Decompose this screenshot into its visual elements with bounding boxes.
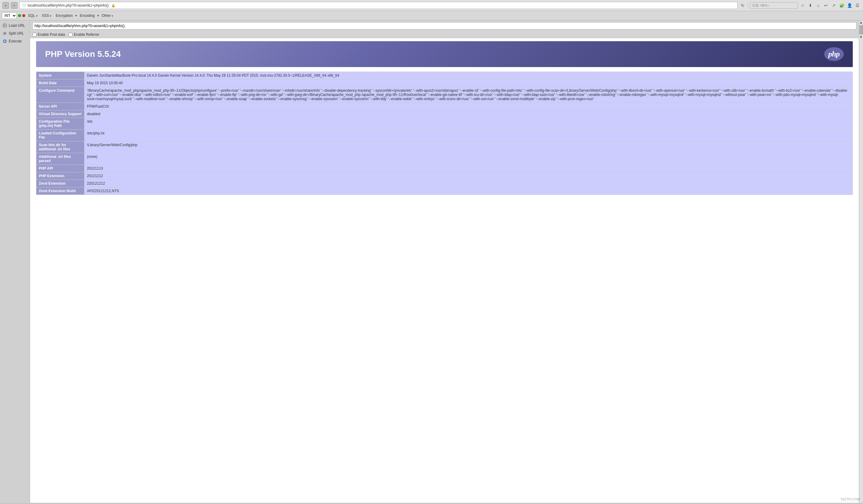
- table-row: Loaded Configuration File/etc/php.ini: [36, 130, 853, 141]
- int-selector[interactable]: INT: [2, 12, 17, 19]
- table-cell-label: Virtual Directory Support: [36, 110, 85, 118]
- forward-button[interactable]: ›: [11, 2, 17, 9]
- split-url-icon: [2, 31, 7, 36]
- table-cell-value: /etc: [85, 118, 853, 130]
- menu-sql[interactable]: SQL ▾: [26, 13, 39, 18]
- php-logo: php: [824, 47, 844, 61]
- table-cell-label: Build Date: [36, 79, 85, 87]
- load-url-label: Load URL: [9, 24, 25, 28]
- php-logo-text: php: [828, 50, 840, 58]
- table-cell-value: API220121212,NTS: [85, 187, 853, 195]
- table-row: Scan this dir for additional .ini files/…: [36, 141, 853, 153]
- table-cell-value: (none): [85, 153, 853, 165]
- table-cell-label: Zend Extension Build: [36, 187, 85, 195]
- table-row: Zend Extension BuildAPI220121212,NTS: [36, 187, 853, 195]
- table-cell-label: PHP Extension: [36, 172, 85, 180]
- shield-icon: 🛡: [22, 3, 26, 8]
- table-cell-value: 220121212: [85, 180, 853, 187]
- table-cell-label: Loaded Configuration File: [36, 130, 85, 141]
- encoding-arrow[interactable]: ▾: [97, 14, 99, 17]
- enable-post-data-checkbox[interactable]: [33, 33, 36, 37]
- browser-toolbar: ‹ › 🛡 localhost/localfile/yhhm.php?0=ass…: [0, 0, 863, 11]
- browser-chrome: ‹ › 🛡 localhost/localfile/yhhm.php?0=ass…: [0, 0, 863, 11]
- execute-item[interactable]: Execute: [0, 37, 30, 45]
- table-cell-value: 20121113: [85, 165, 853, 172]
- table-cell-value: 20121212: [85, 172, 853, 180]
- table-cell-label: Zend Extension: [36, 180, 85, 187]
- table-row: Zend Extension220121212: [36, 180, 853, 187]
- table-cell-label: Configure Command: [36, 87, 85, 103]
- enable-post-data-label[interactable]: Enable Post data: [33, 33, 65, 37]
- load-url-icon: [2, 23, 7, 28]
- enable-post-data-text: Enable Post data: [38, 33, 65, 37]
- extensions-icon[interactable]: 🧩: [838, 2, 845, 9]
- table-row: Build DateMay 19 2015 10:05:40: [36, 79, 853, 87]
- table-row: Additional .ini files parsed(none): [36, 153, 853, 165]
- address-bar[interactable]: 🛡 localhost/localfile/yhhm.php?0=assert&…: [19, 2, 738, 9]
- table-cell-value: FPM/FastCGI: [85, 103, 853, 110]
- table-row: SystemDarwin JunStardeMacBook-Pro.local …: [36, 72, 853, 79]
- scroll-down-arrow[interactable]: ▼: [859, 35, 863, 39]
- scroll-thumb[interactable]: [859, 25, 863, 34]
- enable-referrer-checkbox[interactable]: [68, 33, 73, 37]
- php-info-wrapper: PHP Version 5.5.24 php SystemDarwin JunS…: [30, 38, 859, 201]
- table-cell-label: System: [36, 72, 85, 79]
- table-row: PHP Extension20121212: [36, 172, 853, 180]
- table-cell-value: /etc/php.ini: [85, 130, 853, 141]
- share-icon[interactable]: ↗: [830, 2, 837, 9]
- enable-referrer-label[interactable]: Enable Referrer: [68, 33, 99, 37]
- load-url-item[interactable]: Load URL: [0, 22, 30, 29]
- table-cell-value: May 19 2015 10:05:40: [85, 79, 853, 87]
- table-cell-value: Darwin JunStardeMacBook-Pro.local 14.4.0…: [85, 72, 853, 79]
- table-cell-label: Server API: [36, 103, 85, 110]
- table-cell-label: Configuration File (php.ini) Path: [36, 118, 85, 130]
- php-version-title: PHP Version 5.5.24: [45, 49, 121, 59]
- main-content: Enable Post data Enable Referrer PHP Ver…: [30, 21, 859, 503]
- execute-label: Execute: [9, 39, 22, 43]
- content-area[interactable]: PHP Version 5.5.24 php SystemDarwin JunS…: [30, 38, 859, 503]
- security-icon: 🔒: [111, 4, 115, 8]
- execute-icon: [2, 39, 7, 43]
- browser-action-icons: ↻ 百度 <⌘K> ☆ ⬇ ⌂ ↩ ↗ 🧩 👤 ☰: [739, 2, 861, 9]
- php-header: PHP Version 5.5.24 php: [36, 41, 853, 67]
- table-row: PHP API20121113: [36, 165, 853, 172]
- table-row: Server APIFPM/FastCGI: [36, 103, 853, 110]
- url-input[interactable]: [33, 22, 856, 29]
- download-icon[interactable]: ⬇: [807, 2, 814, 9]
- left-sidebar: Load URL Split URL Execute: [0, 21, 30, 503]
- green-status-dot: [18, 14, 21, 17]
- menu-xss[interactable]: XSS ▾: [40, 13, 53, 18]
- table-row: Virtual Directory Supportdisabled: [36, 110, 853, 118]
- scroll-up-arrow[interactable]: ▲: [859, 21, 863, 25]
- menu-encryption[interactable]: Encryption: [54, 13, 74, 18]
- table-cell-label: Scan this dir for additional .ini files: [36, 141, 85, 153]
- profile-icon[interactable]: 👤: [846, 2, 853, 9]
- right-scrollbar[interactable]: ▲ ▼: [859, 21, 863, 503]
- search-bar[interactable]: 百度 <⌘K>: [750, 2, 798, 9]
- table-cell-value: '/BinaryCache/apache_mod_php/apache_mod_…: [85, 87, 853, 103]
- search-placeholder: 百度 <⌘K>: [752, 3, 769, 8]
- split-url-label: Split URL: [9, 31, 24, 36]
- php-info-table: SystemDarwin JunStardeMacBook-Pro.local …: [36, 72, 853, 195]
- watermark: 51CTO.COM: [841, 497, 860, 501]
- reload-button[interactable]: ↻: [739, 2, 746, 9]
- menu-other[interactable]: Other ▾: [100, 13, 115, 18]
- table-cell-label: Additional .ini files parsed: [36, 153, 85, 165]
- history-back-icon[interactable]: ↩: [823, 2, 829, 9]
- options-row: Enable Post data Enable Referrer: [30, 31, 859, 38]
- home-icon[interactable]: ⌂: [815, 2, 822, 9]
- encryption-arrow[interactable]: ▾: [75, 14, 77, 17]
- split-url-item[interactable]: Split URL: [0, 29, 30, 37]
- table-cell-label: PHP API: [36, 165, 85, 172]
- enable-referrer-text: Enable Referrer: [74, 33, 99, 37]
- main-layout: Load URL Split URL Execute Enable Post d…: [0, 21, 863, 503]
- table-cell-value: disabled: [85, 110, 853, 118]
- table-row: Configure Command'/BinaryCache/apache_mo…: [36, 87, 853, 103]
- back-button[interactable]: ‹: [2, 2, 9, 9]
- menu-icon[interactable]: ☰: [854, 2, 861, 9]
- menu-encoding[interactable]: Encoding: [78, 13, 96, 18]
- red-status-dot: [22, 14, 25, 17]
- bookmark-star-icon[interactable]: ☆: [799, 2, 806, 9]
- table-cell-value: /Library/Server/Web/Config/php: [85, 141, 853, 153]
- plugin-toolbar: INT SQL ▾ XSS ▾ Encryption ▾ Encoding ▾ …: [0, 11, 863, 21]
